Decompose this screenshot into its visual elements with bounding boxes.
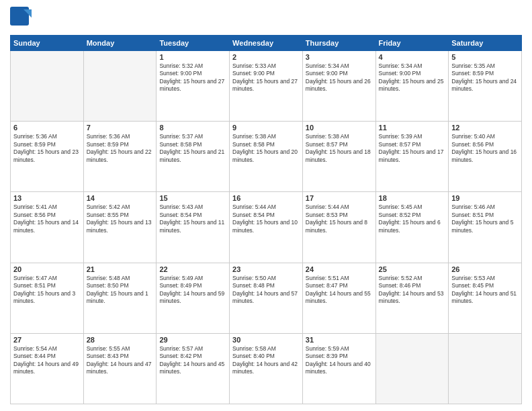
day-number: 5: [451, 53, 519, 61]
day-info: Sunrise: 5:34 AMSunset: 9:00 PMDaylight:…: [379, 62, 446, 93]
calendar-cell: [449, 333, 522, 404]
day-number: 21: [87, 265, 154, 273]
day-number: 11: [379, 124, 446, 132]
day-info: Sunrise: 5:40 AMSunset: 8:56 PMDaylight:…: [451, 133, 519, 164]
calendar-cell: 21Sunrise: 5:48 AMSunset: 8:50 PMDayligh…: [83, 263, 157, 333]
calendar-header-sunday: Sunday: [11, 36, 84, 51]
calendar-week-2: 13Sunrise: 5:41 AMSunset: 8:56 PMDayligh…: [11, 192, 522, 263]
calendar-cell: [375, 333, 449, 404]
calendar-cell: 9Sunrise: 5:38 AMSunset: 8:58 PMDaylight…: [230, 122, 303, 192]
day-info: Sunrise: 5:51 AMSunset: 8:47 PMDaylight:…: [306, 275, 373, 306]
calendar-cell: 12Sunrise: 5:40 AMSunset: 8:56 PMDayligh…: [449, 122, 522, 192]
calendar-cell: 25Sunrise: 5:52 AMSunset: 8:46 PMDayligh…: [375, 263, 449, 333]
calendar-week-0: 1Sunrise: 5:32 AMSunset: 9:00 PMDaylight…: [11, 51, 522, 122]
day-info: Sunrise: 5:41 AMSunset: 8:56 PMDaylight:…: [13, 203, 81, 234]
day-number: 6: [13, 124, 81, 132]
day-info: Sunrise: 5:35 AMSunset: 8:59 PMDaylight:…: [451, 62, 519, 93]
calendar-cell: 3Sunrise: 5:34 AMSunset: 9:00 PMDaylight…: [302, 51, 375, 122]
day-info: Sunrise: 5:47 AMSunset: 8:51 PMDaylight:…: [13, 275, 81, 306]
day-number: 20: [13, 265, 81, 273]
calendar-cell: 5Sunrise: 5:35 AMSunset: 8:59 PMDaylight…: [449, 51, 522, 122]
calendar-cell: 1Sunrise: 5:32 AMSunset: 9:00 PMDaylight…: [157, 51, 230, 122]
day-info: Sunrise: 5:48 AMSunset: 8:50 PMDaylight:…: [87, 275, 154, 306]
calendar-cell: 28Sunrise: 5:55 AMSunset: 8:43 PMDayligh…: [83, 333, 157, 404]
calendar-header-saturday: Saturday: [449, 36, 522, 51]
day-info: Sunrise: 5:32 AMSunset: 9:00 PMDaylight:…: [159, 62, 226, 93]
day-number: 19: [451, 194, 519, 202]
day-info: Sunrise: 5:44 AMSunset: 8:54 PMDaylight:…: [232, 203, 300, 234]
day-number: 4: [379, 53, 446, 61]
calendar-cell: 16Sunrise: 5:44 AMSunset: 8:54 PMDayligh…: [230, 192, 303, 263]
day-number: 24: [306, 265, 373, 273]
calendar-cell: [11, 51, 84, 122]
calendar-cell: 31Sunrise: 5:59 AMSunset: 8:39 PMDayligh…: [302, 333, 375, 404]
day-info: Sunrise: 5:37 AMSunset: 8:58 PMDaylight:…: [159, 133, 226, 164]
calendar-table: SundayMondayTuesdayWednesdayThursdayFrid…: [10, 35, 522, 404]
day-number: 22: [159, 265, 226, 273]
calendar-cell: 7Sunrise: 5:36 AMSunset: 8:59 PMDaylight…: [83, 122, 157, 192]
calendar-week-3: 20Sunrise: 5:47 AMSunset: 8:51 PMDayligh…: [11, 263, 522, 333]
day-info: Sunrise: 5:49 AMSunset: 8:49 PMDaylight:…: [159, 275, 226, 306]
calendar-cell: 6Sunrise: 5:36 AMSunset: 8:59 PMDaylight…: [11, 122, 84, 192]
calendar-header-row: SundayMondayTuesdayWednesdayThursdayFrid…: [11, 36, 522, 51]
calendar-cell: 20Sunrise: 5:47 AMSunset: 8:51 PMDayligh…: [11, 263, 84, 333]
calendar-cell: 19Sunrise: 5:46 AMSunset: 8:51 PMDayligh…: [449, 192, 522, 263]
calendar-week-1: 6Sunrise: 5:36 AMSunset: 8:59 PMDaylight…: [11, 122, 522, 192]
calendar-cell: 18Sunrise: 5:45 AMSunset: 8:52 PMDayligh…: [375, 192, 449, 263]
day-info: Sunrise: 5:46 AMSunset: 8:51 PMDaylight:…: [451, 203, 519, 234]
day-number: 30: [232, 336, 300, 344]
calendar-cell: 14Sunrise: 5:42 AMSunset: 8:55 PMDayligh…: [83, 192, 157, 263]
day-number: 31: [306, 336, 373, 344]
calendar-cell: [83, 51, 157, 122]
calendar-header-friday: Friday: [375, 36, 449, 51]
day-number: 10: [306, 124, 373, 132]
day-number: 14: [87, 194, 154, 202]
day-info: Sunrise: 5:38 AMSunset: 8:57 PMDaylight:…: [306, 133, 373, 164]
day-info: Sunrise: 5:54 AMSunset: 8:44 PMDaylight:…: [13, 345, 81, 376]
calendar-header-wednesday: Wednesday: [230, 36, 303, 51]
calendar-header-tuesday: Tuesday: [157, 36, 230, 51]
day-info: Sunrise: 5:34 AMSunset: 9:00 PMDaylight:…: [306, 62, 373, 93]
calendar-cell: 24Sunrise: 5:51 AMSunset: 8:47 PMDayligh…: [302, 263, 375, 333]
day-number: 17: [306, 194, 373, 202]
day-info: Sunrise: 5:36 AMSunset: 8:59 PMDaylight:…: [13, 133, 81, 164]
calendar-cell: 13Sunrise: 5:41 AMSunset: 8:56 PMDayligh…: [11, 192, 84, 263]
calendar-cell: 23Sunrise: 5:50 AMSunset: 8:48 PMDayligh…: [230, 263, 303, 333]
header: [10, 7, 522, 31]
calendar-cell: 26Sunrise: 5:53 AMSunset: 8:45 PMDayligh…: [449, 263, 522, 333]
day-number: 16: [232, 194, 300, 202]
calendar-cell: 8Sunrise: 5:37 AMSunset: 8:58 PMDaylight…: [157, 122, 230, 192]
day-info: Sunrise: 5:38 AMSunset: 8:58 PMDaylight:…: [232, 133, 300, 164]
day-number: 1: [159, 53, 226, 61]
calendar-cell: 10Sunrise: 5:38 AMSunset: 8:57 PMDayligh…: [302, 122, 375, 192]
day-number: 9: [232, 124, 300, 132]
calendar-cell: 30Sunrise: 5:58 AMSunset: 8:40 PMDayligh…: [230, 333, 303, 404]
calendar-cell: 2Sunrise: 5:33 AMSunset: 9:00 PMDaylight…: [230, 51, 303, 122]
day-info: Sunrise: 5:33 AMSunset: 9:00 PMDaylight:…: [232, 62, 300, 93]
day-number: 12: [451, 124, 519, 132]
day-info: Sunrise: 5:53 AMSunset: 8:45 PMDaylight:…: [451, 275, 519, 306]
day-info: Sunrise: 5:52 AMSunset: 8:46 PMDaylight:…: [379, 275, 446, 306]
calendar-cell: 4Sunrise: 5:34 AMSunset: 9:00 PMDaylight…: [375, 51, 449, 122]
day-number: 8: [159, 124, 226, 132]
day-info: Sunrise: 5:50 AMSunset: 8:48 PMDaylight:…: [232, 275, 300, 306]
logo-icon: [10, 7, 32, 31]
calendar-cell: 27Sunrise: 5:54 AMSunset: 8:44 PMDayligh…: [11, 333, 84, 404]
day-info: Sunrise: 5:58 AMSunset: 8:40 PMDaylight:…: [232, 345, 300, 376]
calendar-header-monday: Monday: [83, 36, 157, 51]
day-number: 7: [87, 124, 154, 132]
day-info: Sunrise: 5:42 AMSunset: 8:55 PMDaylight:…: [87, 203, 154, 234]
calendar-cell: 29Sunrise: 5:57 AMSunset: 8:42 PMDayligh…: [157, 333, 230, 404]
day-number: 28: [87, 336, 154, 344]
day-number: 26: [451, 265, 519, 273]
calendar-header-thursday: Thursday: [302, 36, 375, 51]
day-number: 3: [306, 53, 373, 61]
calendar-cell: 17Sunrise: 5:44 AMSunset: 8:53 PMDayligh…: [302, 192, 375, 263]
calendar-cell: 22Sunrise: 5:49 AMSunset: 8:49 PMDayligh…: [157, 263, 230, 333]
day-number: 29: [159, 336, 226, 344]
day-info: Sunrise: 5:44 AMSunset: 8:53 PMDaylight:…: [306, 203, 373, 234]
day-number: 18: [379, 194, 446, 202]
day-info: Sunrise: 5:43 AMSunset: 8:54 PMDaylight:…: [159, 203, 226, 234]
day-number: 27: [13, 336, 81, 344]
day-number: 25: [379, 265, 446, 273]
